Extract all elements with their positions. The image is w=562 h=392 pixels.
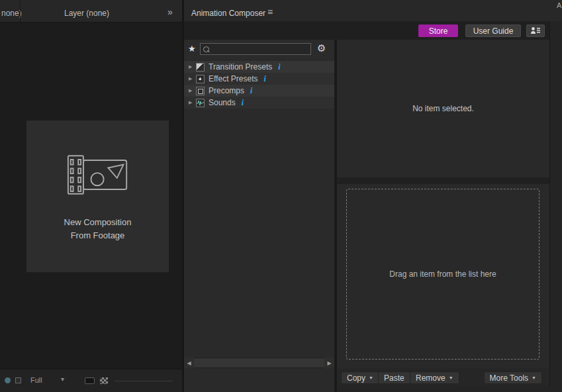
- list-item-precomps[interactable]: ▶ Precomps i: [184, 85, 334, 97]
- list-item-effect-presets[interactable]: ▶ Effect Presets i: [184, 73, 334, 85]
- scroll-left-icon[interactable]: ◀: [184, 358, 194, 368]
- category-label: Effect Presets: [209, 74, 258, 83]
- right-edge-strip: [549, 21, 562, 387]
- paste-button[interactable]: Paste: [378, 371, 410, 384]
- store-button[interactable]: Store: [418, 24, 458, 37]
- scroll-right-icon[interactable]: ▶: [324, 358, 334, 368]
- drop-area: Drag an item from the list here: [337, 184, 549, 368]
- drop-target[interactable]: Drag an item from the list here: [346, 189, 539, 360]
- composition-viewer-panel: none) Layer (none) »: [0, 0, 182, 392]
- category-label: Precomps: [209, 86, 244, 95]
- category-label: Transition Presets: [209, 62, 272, 72]
- precomps-icon: [196, 87, 205, 95]
- info-icon[interactable]: i: [278, 62, 280, 72]
- transparency-grid-icon[interactable]: [100, 377, 108, 384]
- new-composition-from-footage-button[interactable]: New Composition From Footage: [26, 121, 169, 272]
- new-composition-label: New Composition From Footage: [64, 216, 132, 242]
- magnification-caret-icon[interactable]: ▾: [61, 375, 64, 383]
- snapshot-icon[interactable]: [15, 377, 21, 383]
- expand-arrow-icon[interactable]: ▶: [189, 64, 195, 70]
- section-divider: [337, 177, 549, 184]
- horizontal-scrollbar[interactable]: ◀ ▶: [184, 358, 334, 368]
- settings-gear-icon[interactable]: ⚙: [317, 42, 326, 54]
- category-label: Sounds: [209, 98, 236, 107]
- magnification-dropdown[interactable]: Full: [30, 376, 42, 384]
- info-icon[interactable]: i: [242, 98, 244, 108]
- drop-hint-text: Drag an item from the list here: [389, 270, 496, 279]
- new-composition-icon: [66, 154, 130, 196]
- color-management-icon[interactable]: [5, 377, 11, 383]
- favorites-star-icon[interactable]: ★: [188, 44, 196, 54]
- scrollbar-thumb[interactable]: [194, 358, 324, 368]
- no-item-selected-text: No item selected.: [412, 104, 474, 113]
- truncated-tab-label[interactable]: none): [1, 9, 22, 18]
- paste-button-label: Paste: [384, 373, 404, 383]
- search-row: ★ ⚙: [184, 40, 334, 60]
- user-list-icon: [530, 25, 541, 37]
- expand-arrow-icon[interactable]: ▶: [189, 100, 195, 105]
- info-icon[interactable]: i: [263, 74, 265, 84]
- partial-label: A: [557, 1, 561, 9]
- viewer-footer-toolbar: Full ▾: [0, 369, 182, 392]
- animation-composer-panel: Animation Composer ≡ A Store User Guide: [184, 0, 562, 392]
- panel-overflow-icon[interactable]: »: [167, 7, 172, 17]
- viewer-panel-header: none) Layer (none) »: [0, 0, 182, 23]
- tab-layer-none[interactable]: Layer (none): [64, 9, 109, 18]
- effect-presets-icon: [196, 75, 205, 83]
- expand-arrow-icon[interactable]: ▶: [189, 88, 195, 93]
- header-divider: [20, 0, 21, 22]
- remove-button-label: Remove: [416, 373, 445, 383]
- info-icon[interactable]: i: [250, 86, 252, 96]
- search-input[interactable]: [200, 43, 311, 55]
- user-guide-button[interactable]: User Guide: [465, 24, 521, 37]
- footer-divider: [115, 381, 173, 381]
- composer-toolbar: Store User Guide: [184, 21, 562, 40]
- detail-footer-toolbar: Copy ▼ Paste Remove ▼ More Tools ▼: [337, 368, 549, 387]
- viewer-canvas: New Composition From Footage: [0, 23, 182, 369]
- list-item-transition-presets[interactable]: ▶ Transition Presets i: [184, 61, 334, 73]
- remove-button[interactable]: Remove ▼: [410, 371, 459, 384]
- tab-animation-composer[interactable]: Animation Composer: [191, 9, 265, 18]
- copy-button-label: Copy: [347, 373, 365, 383]
- more-tools-button-label: More Tools: [490, 373, 528, 383]
- chevron-down-icon: ▼: [532, 375, 536, 380]
- app-window: none) Layer (none) »: [0, 0, 562, 392]
- chevron-down-icon: ▼: [449, 375, 453, 380]
- list-item-sounds[interactable]: ▶ Sounds i: [184, 97, 334, 109]
- preset-list-pane: ★ ⚙ ▶ Transition Presets i ▶ Effect Pres…: [184, 40, 334, 392]
- composer-panel-header: Animation Composer ≡ A: [184, 0, 562, 22]
- panel-menu-icon[interactable]: ≡: [267, 7, 273, 17]
- chevron-down-icon: ▼: [369, 375, 373, 380]
- transition-presets-icon: [196, 63, 205, 72]
- detail-pane: No item selected. Drag an item from the …: [337, 40, 549, 392]
- region-of-interest-icon[interactable]: [85, 377, 95, 384]
- waveform-icon: [196, 99, 205, 107]
- account-button[interactable]: [526, 24, 545, 37]
- more-tools-button[interactable]: More Tools ▼: [484, 371, 542, 384]
- preview-area: No item selected.: [337, 40, 549, 177]
- copy-button[interactable]: Copy ▼: [341, 371, 379, 384]
- expand-arrow-icon[interactable]: ▶: [189, 76, 195, 81]
